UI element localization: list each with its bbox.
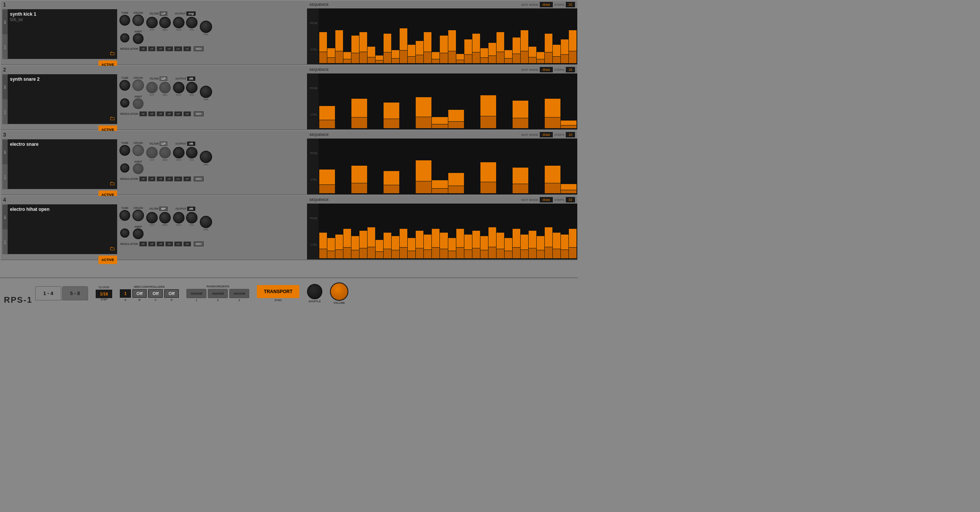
bar-1-11[interactable] — [408, 10, 415, 63]
bar-4-7[interactable] — [376, 205, 383, 258]
ext-tab-4[interactable]: EXT — [2, 230, 8, 254]
bar-4-20[interactable] — [480, 205, 488, 258]
bar-1-20[interactable] — [480, 10, 488, 63]
steps-val-1[interactable]: 32 — [566, 2, 575, 7]
folder-icon-4[interactable]: 🗀 — [10, 245, 115, 252]
crush-knob-2[interactable] — [132, 80, 144, 91]
bar-4-1[interactable] — [327, 205, 335, 258]
bar-4-16[interactable] — [448, 205, 456, 258]
midi-btn-4[interactable]: MIDI — [194, 241, 204, 246]
bar-1-18[interactable] — [464, 10, 472, 63]
bar-4-14[interactable] — [432, 205, 439, 258]
mod-res-3[interactable]: off — [165, 176, 173, 181]
res-knob-2[interactable] — [159, 82, 171, 93]
bar-1-23[interactable] — [505, 10, 512, 63]
amnt-knob-1[interactable] — [133, 33, 144, 44]
bar-4-13[interactable] — [424, 205, 431, 258]
bar-4-17[interactable] — [456, 205, 464, 258]
pan-knob-1[interactable] — [200, 21, 212, 33]
edit-mode-val-1[interactable]: draw — [540, 2, 553, 7]
bar-3-6[interactable] — [416, 140, 431, 193]
bar-1-26[interactable] — [529, 10, 536, 63]
bar-1-19[interactable] — [472, 10, 480, 63]
bar-1-1[interactable] — [327, 10, 335, 63]
bar-1-22[interactable] — [497, 10, 504, 63]
mod-cut-1[interactable]: off — [157, 46, 164, 51]
bar-1-29[interactable] — [553, 10, 560, 63]
bar-3-4[interactable] — [384, 140, 399, 193]
bar-1-2[interactable] — [335, 10, 343, 63]
steps-val-4[interactable]: 32 — [566, 197, 575, 202]
bar-4-15[interactable] — [440, 205, 448, 258]
bar-2-12[interactable] — [513, 75, 528, 128]
bar-4-0[interactable] — [319, 205, 327, 258]
output-type-4[interactable]: dB — [187, 207, 195, 211]
bar-1-6[interactable] — [368, 10, 375, 63]
vol-knob-1[interactable] — [186, 17, 198, 28]
mod-res-4[interactable]: off — [165, 241, 173, 246]
output-type-2[interactable]: dB — [187, 77, 195, 81]
edit-mode-val-4[interactable]: draw — [540, 197, 553, 202]
mod-dco-2[interactable]: ctrl — [174, 111, 182, 116]
bar-4-19[interactable] — [472, 205, 480, 258]
int-tab-1[interactable]: INT — [2, 9, 8, 34]
tune-knob2-3[interactable] — [120, 163, 129, 173]
steps-val-2[interactable]: 16 — [566, 67, 575, 72]
crush-knob-1[interactable] — [132, 15, 144, 26]
bar-4-5[interactable] — [359, 205, 367, 258]
int-tab-4[interactable]: INT — [2, 204, 8, 230]
tune-knob-1[interactable] — [119, 15, 130, 26]
mod-amnt-3[interactable]: off — [148, 176, 156, 181]
bar-1-16[interactable] — [448, 10, 456, 63]
pan-knob-4[interactable] — [200, 216, 212, 228]
midi-d-val[interactable]: Off — [164, 289, 179, 298]
bar-3-8[interactable] — [448, 140, 464, 193]
bar-2-2[interactable] — [351, 75, 367, 128]
bar-1-27[interactable] — [537, 10, 544, 63]
bar-3-15[interactable] — [561, 140, 577, 193]
pan-knob-2[interactable] — [200, 86, 212, 98]
cut-knob-4[interactable] — [146, 212, 158, 223]
bar-1-4[interactable] — [351, 10, 359, 63]
bar-3-14[interactable] — [545, 140, 560, 193]
res-knob-4[interactable] — [159, 212, 171, 223]
bar-1-12[interactable] — [416, 10, 423, 63]
res-knob-3[interactable] — [159, 147, 171, 158]
bar-4-6[interactable] — [368, 205, 375, 258]
res-knob-1[interactable] — [159, 17, 171, 28]
tune-knob-4[interactable] — [119, 210, 130, 221]
dco-knob-3[interactable] — [173, 147, 185, 158]
mod-cut-2[interactable]: off — [157, 111, 164, 116]
shuffle-knob[interactable] — [307, 284, 322, 299]
bar-2-4[interactable] — [384, 75, 399, 128]
bar-4-21[interactable] — [488, 205, 496, 258]
cut-knob-3[interactable] — [146, 147, 158, 158]
bar-1-10[interactable] — [400, 10, 407, 63]
filter-type-2[interactable]: LP — [160, 77, 167, 81]
bar-4-4[interactable] — [351, 205, 359, 258]
bar-4-18[interactable] — [464, 205, 472, 258]
bar-1-28[interactable] — [545, 10, 552, 63]
mod-vol-3[interactable]: off — [183, 176, 191, 181]
bar-1-3[interactable] — [343, 10, 351, 63]
bar-2-7[interactable] — [432, 75, 448, 128]
bar-4-29[interactable] — [553, 205, 560, 258]
bar-4-8[interactable] — [384, 205, 391, 258]
output-type-1[interactable]: exp — [186, 11, 196, 16]
bar-1-8[interactable] — [384, 10, 391, 63]
amnt-knob-4[interactable] — [133, 228, 144, 239]
pan-knob-3[interactable] — [200, 151, 212, 163]
mod-dco-1[interactable]: ctrl — [174, 46, 182, 51]
midi-c-val[interactable]: Off — [148, 289, 163, 298]
mod-dco-3[interactable]: ctrl — [174, 176, 182, 181]
bar-1-31[interactable] — [569, 10, 577, 63]
int-tab-2[interactable]: INT — [2, 74, 8, 99]
bar-1-7[interactable] — [376, 10, 383, 63]
bar-4-28[interactable] — [545, 205, 552, 258]
int-tab-3[interactable]: INT — [2, 139, 8, 165]
cut-knob-1[interactable] — [146, 17, 158, 28]
ext-tab-2[interactable]: EXT — [2, 99, 8, 124]
bar-3-2[interactable] — [351, 140, 367, 193]
midi-btn-3[interactable]: MIDI — [194, 176, 204, 181]
bar-2-6[interactable] — [416, 75, 431, 128]
